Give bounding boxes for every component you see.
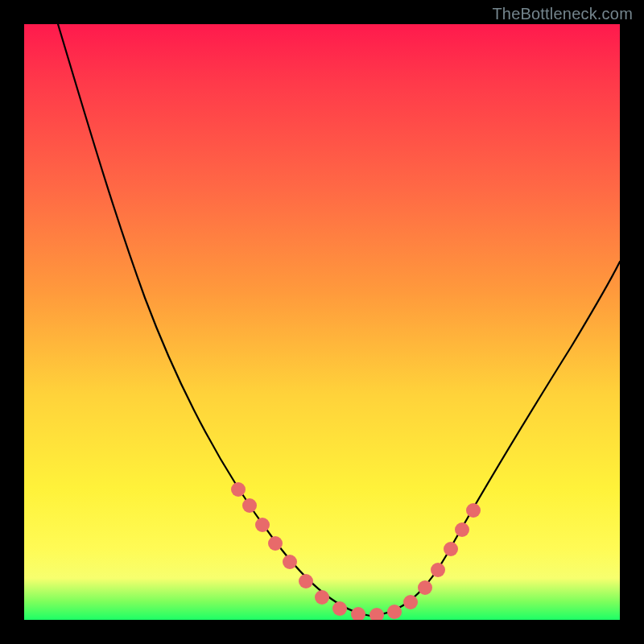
dot	[369, 608, 384, 620]
dot	[466, 503, 481, 518]
chart-frame	[24, 24, 620, 620]
left-curve	[58, 24, 370, 616]
dot	[268, 536, 283, 551]
dot	[299, 574, 313, 588]
dot	[387, 605, 402, 619]
dot	[403, 595, 418, 609]
dot	[283, 555, 297, 569]
dot	[455, 522, 469, 537]
dot	[444, 542, 458, 556]
watermark-text: TheBottleneck.com	[492, 5, 633, 23]
right-curve	[370, 262, 620, 616]
dot	[231, 482, 246, 497]
dot	[255, 518, 270, 532]
dot	[332, 601, 347, 616]
chart-svg	[24, 24, 620, 620]
dot	[242, 498, 257, 513]
dot	[351, 607, 365, 620]
salmon-dots-group	[231, 482, 481, 620]
dot	[418, 580, 432, 595]
dot	[315, 590, 329, 605]
dot	[431, 563, 445, 577]
